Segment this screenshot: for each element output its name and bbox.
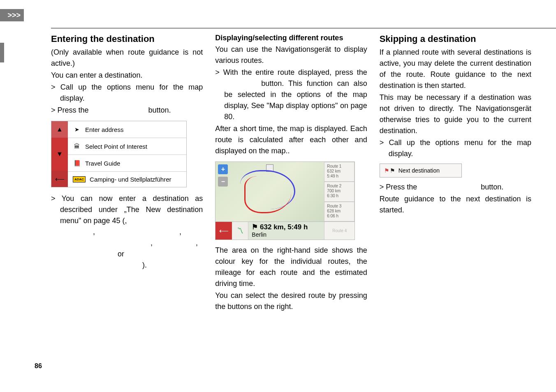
route-line-red [244,176,291,213]
step3-d: , [179,228,181,236]
section-tab: >>> [0,9,24,21]
route-name: Route 2 [327,184,352,189]
route-1-button[interactable]: Route 1 632 km 5:49 h [324,162,354,182]
step3-h: ). [142,261,147,269]
summary-city: Berlin [252,231,321,238]
menu-label: Travel Guide [85,160,120,167]
zoom-in-button[interactable]: + [218,164,228,174]
menu-item-travel-guide[interactable]: 📕 Travel Guide [68,155,186,172]
col1-intro: You can enter a destination. [51,70,203,81]
col2-p4: You can select the desired route by pres… [215,290,367,312]
menu-scroll-bar[interactable]: ▲ ▼ ⟵ [51,121,68,187]
step3-e: , [151,239,155,247]
next-dest-label: Next destination [398,167,440,174]
poi-icon: 🏛 [73,142,81,150]
col1-note: (Only available when route guidance is n… [51,47,203,69]
route-4-button[interactable]: Route 4 [324,222,354,240]
route-name: Route 1 [327,164,352,169]
route-dist: 632 km [327,169,352,174]
route-time: 6:06 h [327,214,352,219]
page-number: 86 [35,362,42,370]
menu-label: Select Point of Interest [85,143,147,150]
route-time: 5:49 h [327,174,352,179]
scroll-thumb[interactable]: ▼ [51,138,68,171]
route-3-button[interactable]: Route 3 628 km 6:06 h [324,202,354,221]
menu-label: Camping- und Stellplatzführer [90,176,171,183]
map-back-button[interactable]: ⟵ [215,222,232,240]
col2-p2: After a short time, the map is displayed… [215,123,367,157]
col2-p3: The area on the right-hand side shows th… [215,245,367,289]
col3-p3: Route guidance to the next destination i… [380,194,531,216]
tab-marker-text: >>> [7,11,21,20]
column-3: Skipping a destination If a planned rout… [380,34,531,313]
step2-a: > Press the [380,183,419,191]
column-2: Displaying/selecting different routes Yo… [215,34,367,313]
step1-a: > With the entire route displayed, press… [215,68,367,76]
step3-b: , [125,217,127,225]
adac-badge-icon: ADAC [73,176,86,182]
scroll-up-icon[interactable]: ▲ [51,121,68,138]
col3-p2: This may be necessary if a destination w… [380,92,531,136]
step3-a: > You can now enter a destination as des… [51,194,203,225]
step2-prefix: > Press the [51,106,91,114]
route-selection-map: + − Route 1 632 km 5:49 h Route 2 700 km [215,161,355,240]
route-options-panel: Route 1 632 km 5:49 h Route 2 700 km 6:3… [324,162,354,221]
step2-b: button. [481,183,503,191]
route4-label: Route 4 [332,228,347,233]
route-2-button[interactable]: Route 2 700 km 6:30 h [324,182,354,201]
col1-heading: Entering the destination [51,34,203,44]
menu-label: Enter address [85,126,123,133]
col3-p1: If a planned route with several destinat… [380,47,531,91]
nav-arrow-icon: ➤ [73,125,81,134]
double-flag-icon: ⚑⚑ [384,167,395,174]
map-summary: ⚑ 632 km, 5:49 h Berlin [248,221,324,240]
route-dist: 628 km [327,209,352,214]
column-1: Entering the destination (Only available… [51,34,203,313]
menu-item-enter-address[interactable]: ➤ Enter address [68,121,186,138]
col3-step2: > Press the button. [380,182,531,193]
route-dist: 700 km [327,189,352,194]
col2-p1: You can use the Navigationsgerät to disp… [215,44,367,66]
map-chart-icon[interactable]: 〽 [232,222,248,240]
col3-heading: Skipping a destination [380,34,531,44]
step3-g: or [118,250,124,258]
destination-menu: ▲ ▼ ⟵ ➤ Enter address 🏛 Select Point of … [51,121,187,187]
col1-step1: > Call up the options menu for the map d… [51,82,203,104]
step3-c: , [93,228,97,236]
step3-f: , [196,239,198,247]
zoom-out-button[interactable]: − [218,177,228,187]
route-name: Route 3 [327,204,352,209]
col2-heading: Displaying/selecting different routes [215,34,367,42]
col2-step1: > With the entire route displayed, press… [215,67,367,122]
book-icon: 📕 [73,159,81,167]
back-arrow-icon[interactable]: ⟵ [51,171,68,187]
summary-dist: 632 km, 5:49 h [260,223,308,231]
col3-step1: > Call up the options menu for the map d… [380,137,531,159]
side-marker [0,43,4,62]
menu-item-camping[interactable]: ADAC Camping- und Stellplatzführer [68,172,186,187]
route-time: 6:30 h [327,194,352,198]
next-destination-button[interactable]: ⚑⚑ Next destination [380,164,462,178]
map-area[interactable]: + − [215,162,324,221]
page-content: Entering the destination (Only available… [51,34,531,313]
top-divider [51,28,556,28]
col1-step3: > You can now enter a destination as des… [51,193,203,271]
col1-step2: > Press the button. [51,105,203,116]
step1-b: button. This function can also be select… [224,79,367,121]
step2-suffix: button. [148,106,171,114]
menu-item-poi[interactable]: 🏛 Select Point of Interest [68,138,186,155]
